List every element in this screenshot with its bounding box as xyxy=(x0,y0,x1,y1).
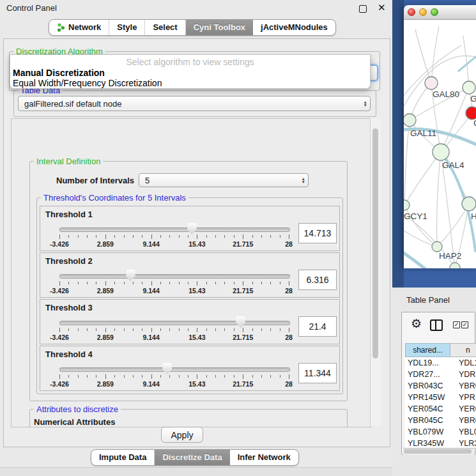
float-window-icon[interactable] xyxy=(359,5,367,13)
zoom-traffic-light[interactable] xyxy=(431,8,438,16)
dropdown-option[interactable]: Equal Width/Frequency Discretization xyxy=(13,78,162,88)
slider-thumb[interactable] xyxy=(162,363,172,374)
settings-scrollbar-thumb[interactable] xyxy=(372,128,378,358)
tick-mark xyxy=(280,235,280,238)
network-node-top-right-node[interactable] xyxy=(463,81,475,94)
apply-button[interactable]: Apply xyxy=(161,427,203,443)
minimize-traffic-light[interactable] xyxy=(419,8,427,16)
cell-name: YDR2 xyxy=(459,370,476,379)
screen: Control Panel ✕ NetworkStyleSelectCyni T… xyxy=(0,0,476,476)
threshold-value-field[interactable]: 6.316 xyxy=(298,270,337,290)
tick-mark xyxy=(270,282,271,284)
tick-mark xyxy=(160,375,161,378)
network-node-gal11-node[interactable] xyxy=(404,114,416,127)
table-row[interactable]: YBR045CYBR0 xyxy=(405,415,476,426)
checkbox-icon[interactable]: ✓ xyxy=(461,321,468,328)
network-node-gal4-node[interactable] xyxy=(433,144,449,160)
close-icon[interactable]: ✕ xyxy=(378,2,386,13)
network-window-titlebar[interactable] xyxy=(404,5,476,20)
split-columns-icon[interactable] xyxy=(430,319,443,331)
tick-mark xyxy=(124,282,125,284)
slider-thumb[interactable] xyxy=(126,270,135,281)
tick-mark xyxy=(78,282,79,284)
tick-label: -3.426 xyxy=(40,287,79,295)
tab-cyni-toolbox[interactable]: Cyni Toolbox xyxy=(186,20,253,35)
tick-mark xyxy=(87,282,88,284)
checkbox-icon[interactable]: ✓ xyxy=(453,321,460,328)
tick-mark xyxy=(224,375,225,378)
column-header-name[interactable]: n xyxy=(450,343,476,357)
tab-select[interactable]: Select xyxy=(145,20,185,35)
numerical-attributes-heading: Numerical Attributes xyxy=(34,417,115,427)
tick-mark xyxy=(224,235,225,238)
network-canvas[interactable]: GAL80GCGAL11GAL4GCY1HHAP2 xyxy=(404,20,476,268)
threshold-value-field[interactable]: 14.713 xyxy=(298,223,337,243)
tab-style[interactable]: Style xyxy=(109,20,145,35)
column-header-shared-name[interactable]: shared... xyxy=(405,343,450,357)
node-label-g: G xyxy=(470,94,476,104)
cell-shared-name: YBR043C xyxy=(408,381,443,390)
slider-track[interactable] xyxy=(59,367,290,372)
network-node-gal80-node[interactable] xyxy=(425,77,438,89)
tab-discretize-data[interactable]: Discretize Data xyxy=(155,450,229,465)
bottom-strip xyxy=(0,468,392,476)
cell-name: YPR1 xyxy=(459,393,476,402)
tab-impute-data[interactable]: Impute Data xyxy=(91,450,155,465)
table-row[interactable]: YBL079WYBL0 xyxy=(405,426,476,438)
close-traffic-light[interactable] xyxy=(408,8,415,16)
settings-scrollbar[interactable] xyxy=(370,118,381,426)
network-node-right-node[interactable] xyxy=(462,197,476,211)
tick-mark xyxy=(252,282,253,284)
tick-label: 2.859 xyxy=(86,380,125,388)
tick-mark xyxy=(169,328,170,331)
tick-mark xyxy=(105,374,106,379)
tab-network[interactable]: Network xyxy=(49,20,109,35)
cell-name: YLR3 xyxy=(459,439,476,448)
horizontal-scrollbar-thumb[interactable] xyxy=(404,449,472,454)
tick-mark xyxy=(151,374,152,379)
network-edge xyxy=(437,204,469,247)
slider-thumb[interactable] xyxy=(187,223,197,234)
network-node-red-node[interactable] xyxy=(466,107,476,119)
table-rows: YDL19...YDL1YDR27...YDR2YBR043CYBR0YPR14… xyxy=(405,357,476,448)
table-row[interactable]: YDR27...YDR2 xyxy=(405,369,476,380)
table-row[interactable]: YER054CYER0 xyxy=(405,403,476,415)
slider-track[interactable] xyxy=(59,321,290,325)
threshold-value-field[interactable]: 21.4 xyxy=(298,316,337,337)
tick-mark xyxy=(78,328,79,331)
gear-icon[interactable]: ⚙ xyxy=(411,316,422,331)
network-node-gcy1-node[interactable] xyxy=(404,200,410,210)
tab-infer-network[interactable]: Infer Network xyxy=(230,450,298,465)
panel-title: Control Panel xyxy=(6,3,57,13)
stepper-arrows-icon[interactable]: ▲▼ xyxy=(302,177,305,184)
algorithm-combo-focused-fragment[interactable] xyxy=(369,65,378,81)
tick-mark xyxy=(289,234,289,239)
tick-mark xyxy=(252,375,253,378)
table-row[interactable]: YLR345WYLR3 xyxy=(405,438,476,448)
tab-jactivemnodules[interactable]: jActiveMNodules xyxy=(253,20,335,35)
table-panel-region: Table Panel ⚙ ✓ ✓ shared... n YDL19...YD… xyxy=(392,288,476,476)
slider-track[interactable] xyxy=(59,274,290,279)
tick-mark xyxy=(78,235,79,238)
slider-track[interactable] xyxy=(59,227,290,232)
tick-mark xyxy=(234,375,234,378)
table-row[interactable]: YDL19...YDL1 xyxy=(405,357,476,369)
horizontal-scrollbar[interactable] xyxy=(403,448,474,455)
dropdown-option[interactable]: Manual Discretization xyxy=(13,68,105,78)
tick-mark xyxy=(105,281,106,286)
tick-mark xyxy=(105,234,106,239)
table-row[interactable]: YPR145WYPR1 xyxy=(405,392,476,403)
number-of-intervals-label: Number of Intervals xyxy=(56,176,134,185)
tick-label: -3.426 xyxy=(40,240,79,248)
network-node-bottom-node[interactable] xyxy=(450,263,460,268)
threshold-value-field[interactable]: 11.344 xyxy=(298,363,337,383)
network-node-hap2-node[interactable] xyxy=(432,242,442,252)
number-of-intervals-combo[interactable]: 5 ▲▼ xyxy=(139,173,309,187)
tick-mark xyxy=(68,328,69,331)
table-data-combo[interactable]: galFiltered.sif default node ▲▼ xyxy=(18,96,371,111)
network-icon xyxy=(57,23,65,32)
stepper-arrows-icon[interactable]: ▲▼ xyxy=(364,100,367,107)
slider-thumb[interactable] xyxy=(236,316,245,328)
table-row[interactable]: YBR043CYBR0 xyxy=(405,380,476,392)
tick-label: 21.715 xyxy=(224,380,262,388)
